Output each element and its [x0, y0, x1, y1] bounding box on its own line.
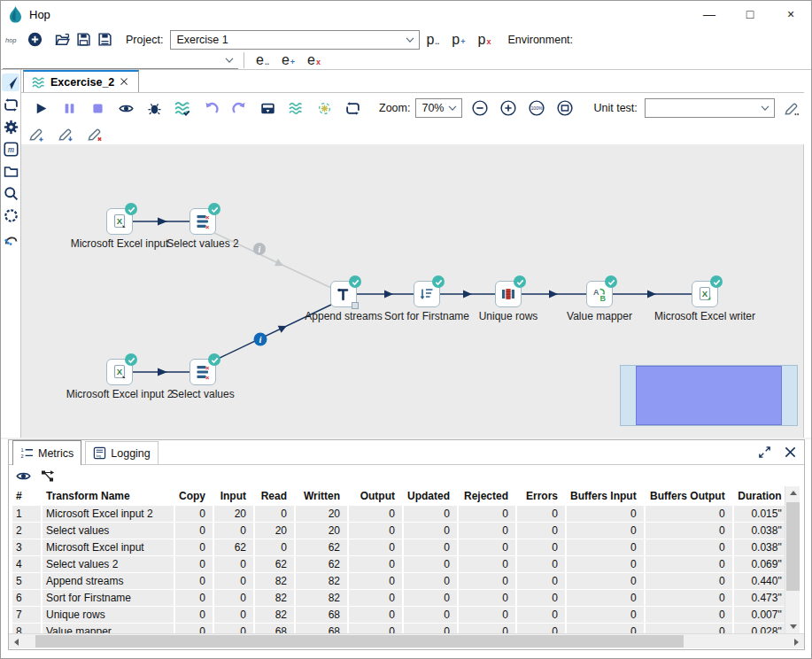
transform-node[interactable] [495, 281, 522, 307]
transform-node[interactable]: AB [586, 281, 613, 307]
column-header[interactable]: Rejected [459, 486, 517, 506]
unit-test-combo[interactable] [645, 98, 775, 118]
transform-node[interactable] [330, 281, 357, 307]
zoom-out-button[interactable] [471, 99, 489, 117]
scroll-down-arrow[interactable] [785, 620, 800, 633]
unit-test-delete-button[interactable] [85, 125, 103, 143]
preview-pipeline-button[interactable] [117, 99, 135, 117]
save-as-button[interactable] [96, 31, 113, 49]
check-pipeline-button[interactable] [174, 99, 191, 117]
hop-run-icon[interactable]: hop [4, 31, 21, 49]
scroll-up-arrow[interactable] [785, 486, 800, 500]
project-combo[interactable]: Exercise 1 [170, 30, 420, 50]
canvas-minimap[interactable] [620, 365, 798, 426]
unit-test-create-button[interactable] [27, 125, 44, 143]
table-row[interactable]: 3Microsoft Excel input0620620000000.038" [12, 539, 791, 556]
maximize-button[interactable]: □ [730, 1, 770, 27]
table-row[interactable]: 4Select values 20062620000000.069" [12, 556, 791, 573]
perspective-metadata[interactable]: m [2, 140, 19, 158]
perspective-configuration[interactable] [2, 118, 19, 136]
show-hide-metrics-icon[interactable] [14, 467, 32, 485]
add-project-button[interactable]: p+ [452, 34, 465, 46]
column-header[interactable]: Written [296, 486, 349, 506]
metrics-graph-icon[interactable] [41, 469, 55, 483]
show-execution-results-button[interactable] [259, 99, 276, 117]
column-header[interactable]: Output [349, 486, 404, 506]
vertical-scrollbar[interactable] [785, 486, 800, 633]
transform-node[interactable]: ×× [189, 359, 216, 385]
perspective-neo4j[interactable] [2, 229, 19, 246]
auto-layout-button[interactable] [315, 99, 333, 117]
results-tab-metrics[interactable]: 12Metrics [12, 440, 81, 465]
perspective-file-explorer[interactable] [2, 162, 19, 180]
table-row[interactable]: 2Select values0020200000000.038" [12, 523, 791, 539]
chevron-down-icon[interactable] [404, 34, 416, 46]
transform-node[interactable]: X [692, 281, 718, 307]
metrics-icon: 12 [20, 446, 34, 460]
delete-environment-button[interactable]: ex [307, 54, 321, 66]
chevron-down-icon[interactable] [446, 102, 459, 114]
chevron-down-icon[interactable] [223, 54, 236, 66]
table-row[interactable]: 5Append streams0082820000000.440" [12, 573, 791, 590]
column-header[interactable]: Buffers Input [567, 486, 646, 506]
environment-combo[interactable] [3, 51, 238, 69]
vertical-scroll-thumb[interactable] [786, 502, 800, 591]
perspective-search[interactable] [2, 184, 19, 202]
column-header[interactable]: Input [214, 486, 255, 506]
transform-node[interactable]: X [106, 359, 133, 385]
horizontal-scrollbar[interactable] [9, 633, 804, 648]
table-row[interactable]: 8Value mapper0068680000000.028" [12, 624, 791, 633]
column-header[interactable]: Updated [404, 486, 459, 506]
delete-project-button[interactable]: px [477, 34, 491, 46]
zoom-in-button[interactable] [499, 99, 517, 117]
pipeline-canvas[interactable]: i i XMicrosoft Excel input××Select value… [21, 144, 804, 438]
open-file-button[interactable] [53, 31, 71, 49]
column-header[interactable]: Transform Name [43, 486, 175, 506]
edit-project-button[interactable]: p.. [426, 34, 439, 46]
perspective-plugins[interactable] [2, 206, 19, 224]
zoom-100-button[interactable]: 100% [528, 99, 545, 117]
zoom-combo[interactable]: 70% [415, 98, 462, 118]
minimize-button[interactable]: — [689, 1, 730, 27]
column-header[interactable]: Buffers Output [646, 486, 734, 506]
table-row[interactable]: 6Sort for Firstname0082820000000.473" [12, 590, 791, 607]
scroll-left-arrow[interactable] [9, 635, 24, 648]
perspective-execution[interactable] [2, 96, 19, 113]
perspective-data-orchestration[interactable] [2, 74, 19, 91]
tab-close-icon[interactable] [120, 77, 130, 88]
pipeline-tab[interactable]: Excercise_2 [23, 70, 139, 92]
column-header[interactable]: Errors [517, 486, 567, 506]
maximize-panel-icon[interactable] [758, 446, 771, 459]
chevron-down-icon[interactable] [759, 102, 771, 114]
results-tab-logging[interactable]: logLogging [85, 441, 159, 464]
table-row[interactable]: 7Unique rows0082680000000.007" [12, 607, 791, 624]
unit-test-detach-button[interactable] [56, 125, 73, 143]
close-panel-icon[interactable] [784, 446, 797, 459]
pipeline-waves-button[interactable] [287, 99, 305, 117]
run-pipeline-button[interactable] [32, 99, 50, 117]
close-button[interactable]: × [770, 1, 811, 27]
debug-pipeline-button[interactable] [145, 99, 163, 117]
minimap-viewport[interactable] [636, 366, 782, 425]
save-button[interactable] [74, 31, 92, 49]
edit-environment-button[interactable]: e.. [256, 54, 269, 66]
stop-pipeline-button[interactable] [89, 99, 106, 117]
horizontal-scroll-thumb[interactable] [35, 635, 684, 647]
edit-unit-test-icon[interactable] [784, 99, 799, 117]
zoom-fit-button[interactable] [556, 99, 574, 117]
transform-node[interactable] [414, 281, 440, 307]
pause-pipeline-button[interactable] [60, 99, 78, 117]
column-header[interactable]: Read [255, 486, 296, 506]
add-environment-button[interactable]: e+ [282, 54, 295, 66]
redo-button[interactable] [230, 99, 248, 117]
scroll-right-arrow[interactable] [789, 635, 804, 648]
redraw-button[interactable] [344, 99, 361, 117]
new-file-button[interactable] [26, 31, 43, 49]
column-header[interactable]: # [12, 486, 43, 506]
transform-node[interactable]: X [106, 208, 133, 235]
column-header[interactable]: Duration [734, 486, 791, 506]
transform-node[interactable]: ×× [189, 208, 216, 235]
table-row[interactable]: 1Microsoft Excel input 20200200000000.01… [12, 506, 791, 523]
undo-button[interactable] [202, 99, 220, 117]
column-header[interactable]: Copy [175, 486, 214, 506]
